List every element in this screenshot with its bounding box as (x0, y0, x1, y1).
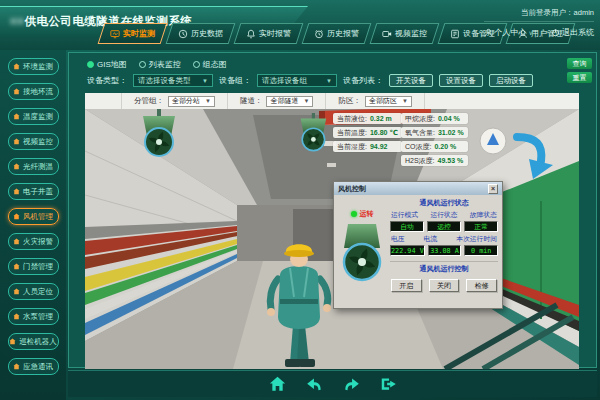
clock-icon (178, 29, 188, 39)
ceiling-fan[interactable] (301, 113, 327, 151)
tunnel-filter-group: 隧道： 全部隧道▼ (228, 93, 326, 109)
device-filter-row: 设备类型： 请选择设备类型▼ 设备组： 请选择设备组▼ 设备列表： 开关设备 设… (87, 74, 533, 87)
close-icon[interactable]: × (488, 184, 498, 194)
oxygen-readout: 氧气含量:31.02 % (401, 127, 468, 138)
tab-history-data[interactable]: 历史数据 (166, 23, 236, 44)
tab-realtime-monitor[interactable]: 实时监测 (98, 23, 168, 44)
fan-start-button[interactable]: 开启 (391, 279, 422, 292)
tunnel-scene-drawing (85, 109, 579, 369)
fan-control-header: 通风机运行控制 (390, 264, 498, 274)
fault-state-value: 正常 (464, 221, 498, 232)
sidebar-item-pump-manage[interactable]: 水泵管理 (8, 308, 59, 325)
chevron-down-icon: ▼ (202, 78, 208, 84)
fan-stop-button[interactable]: 关闭 (429, 279, 460, 292)
power-icon (551, 28, 560, 37)
tab-history-alarm[interactable]: 历史报警 (302, 23, 372, 44)
status-labels-row: 运行模式运行状态故障状态 (390, 210, 498, 220)
sidebar-item-video[interactable]: 视频监控 (8, 133, 59, 150)
exit-button[interactable] (378, 375, 399, 393)
query-button[interactable]: 查询 (567, 58, 592, 69)
sidebar-item-access-control[interactable]: 门禁管理 (8, 258, 59, 275)
redacted-company-name: ×× (10, 15, 24, 27)
sidebar-item-fan-manage[interactable]: 风机管理 (8, 208, 59, 225)
home-icon (267, 375, 288, 393)
house-icon (13, 313, 20, 320)
header: ××供电公司电缆隧道在线监测系统 实时监测 历史数据 实时报警 历史报警 视频监… (0, 0, 600, 50)
radio-list-monitor[interactable]: 列表监控 (139, 59, 181, 70)
radio-scada-view[interactable]: 组态图 (193, 59, 227, 70)
bottom-bar (68, 370, 597, 397)
sidebar: 环境监测 接地环流 温度监测 视频监控 光纤测温 电子井盖 风机管理 火灾报警 … (0, 50, 66, 400)
run-state-value: 远控 (427, 221, 461, 232)
tunnel-select[interactable]: 全部隧道▼ (266, 96, 313, 107)
runtime-value: 0 min (464, 245, 498, 256)
dialog-titlebar[interactable]: 风机控制 × (334, 182, 502, 195)
home-button[interactable] (267, 375, 288, 393)
monitor-chart-icon (110, 29, 120, 39)
electric-labels-row: 电压电流本次运行时间 (390, 234, 498, 244)
device-group-select[interactable]: 请选择设备组▼ (257, 74, 337, 87)
logout-icon (378, 375, 399, 393)
humidity-readout: 当前湿度:94.92 (333, 141, 402, 152)
separator: | (541, 28, 543, 37)
device-type-label: 设备类型： (87, 75, 127, 86)
device-type-select[interactable]: 请选择设备类型▼ (133, 74, 213, 87)
radio-dot-icon (193, 61, 200, 68)
reset-button[interactable]: 重置 (567, 72, 592, 83)
viewport-3d: 分管组： 全部分站▼ 隧道： 全部隧道▼ 防区： 全部防区▼ (85, 93, 579, 369)
house-icon (13, 263, 20, 270)
tunnel-3d-scene[interactable]: 当前液位:0.32 m 当前温度:16.80 ℃ 当前湿度:94.92 甲烷浓度… (85, 109, 579, 369)
device-list-label: 设备列表： (343, 75, 383, 86)
co-readout: CO浓度:0.20 % (401, 141, 468, 152)
house-icon (13, 363, 20, 370)
switch-device-button[interactable]: 开关设备 (389, 74, 433, 87)
sidebar-item-environment[interactable]: 环境监测 (8, 58, 59, 75)
house-icon (13, 238, 20, 245)
camera-icon (382, 29, 392, 39)
radio-gis-map[interactable]: GIS地图 (87, 59, 127, 70)
house-icon (13, 163, 20, 170)
ceiling-fan[interactable] (143, 109, 175, 156)
start-device-button[interactable]: 启动设备 (489, 74, 533, 87)
sidebar-item-fire-alarm[interactable]: 火灾报警 (8, 233, 59, 250)
house-icon (13, 288, 20, 295)
alarm-clock-icon (314, 29, 324, 39)
chevron-down-icon: ▼ (205, 98, 211, 104)
sensor-readouts-right: 甲烷浓度:0.04 % 氧气含量:31.02 % CO浓度:0.20 % H2S… (401, 113, 468, 166)
logged-in-user: 当前登录用户：admin (484, 8, 594, 22)
forward-button[interactable] (341, 375, 362, 393)
sidebar-item-manhole-cover[interactable]: 电子井盖 (8, 183, 59, 200)
dialog-title: 风机控制 (338, 184, 366, 194)
back-button[interactable] (304, 375, 325, 393)
chevron-down-icon: ▼ (303, 98, 309, 104)
running-indicator: 运转 (351, 209, 374, 219)
sensor-readouts-left: 当前液位:0.32 m 当前温度:16.80 ℃ 当前湿度:94.92 (333, 113, 402, 152)
h2s-readout: H2S浓度:49.53 % (401, 155, 468, 166)
fan-control-dialog: 风机控制 × 运转 (333, 181, 503, 309)
zone-select[interactable]: 全部防区▼ (365, 96, 412, 107)
sidebar-item-ground-current[interactable]: 接地环流 (8, 83, 59, 100)
zone-filter-group: 防区： 全部防区▼ (326, 93, 424, 109)
panel-action-buttons: 查询 重置 (567, 58, 592, 83)
chevron-down-icon: ▼ (326, 78, 332, 84)
set-device-button[interactable]: 设置设备 (439, 74, 483, 87)
wall-sign (480, 128, 506, 154)
house-icon (13, 138, 20, 145)
undo-arrow-icon (304, 375, 325, 393)
fan-overhaul-button[interactable]: 检修 (466, 279, 497, 292)
house-icon (9, 338, 16, 345)
tab-realtime-alarm[interactable]: 实时报警 (234, 23, 304, 44)
sidebar-item-emergency-comm[interactable]: 应急通讯 (8, 358, 59, 375)
tab-video-monitor[interactable]: 视频监控 (370, 23, 440, 44)
personal-center-link[interactable]: 个人中心 ∨ (484, 27, 533, 38)
sidebar-item-temperature[interactable]: 温度监测 (8, 108, 59, 125)
house-icon (13, 213, 20, 220)
logout-link[interactable]: 退出系统 (551, 27, 594, 38)
temperature-readout: 当前温度:16.80 ℃ (333, 127, 402, 138)
sidebar-item-personnel-location[interactable]: 人员定位 (8, 283, 59, 300)
sidebar-item-inspection-robot[interactable]: 巡检机器人 (8, 333, 59, 350)
sidebar-item-fiber-temp[interactable]: 光纤测温 (8, 158, 59, 175)
station-select[interactable]: 全部分站▼ (168, 96, 215, 107)
fan-status-header: 通风机运行状态 (390, 198, 498, 208)
bell-icon (246, 29, 256, 39)
